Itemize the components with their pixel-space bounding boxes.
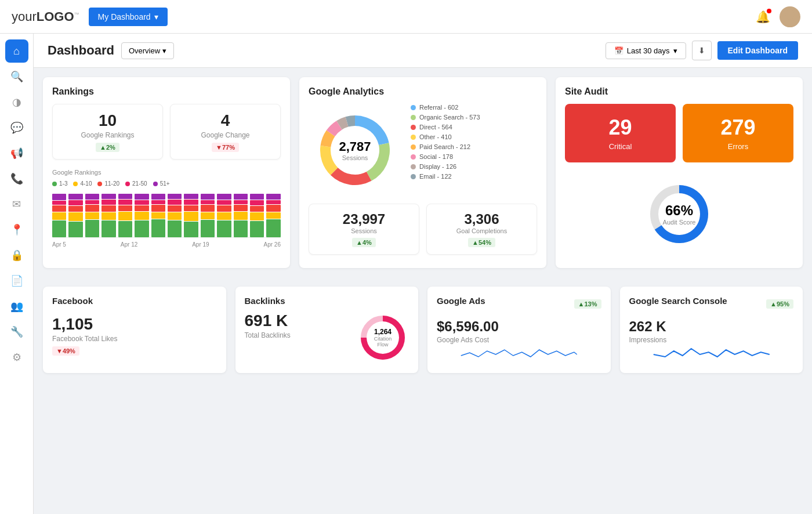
backlinks-title: Backlinks (245, 296, 409, 306)
analytics-legend: Referral - 602Organic Search - 573Direct… (411, 104, 480, 180)
google-change-stat: 4 Google Change ▼77% (170, 104, 281, 160)
google-change-label: Google Change (180, 131, 271, 139)
facebook-card: Facebook 1,105 Facebook Total Likes ▼49% (43, 287, 226, 373)
sidebar-item-chat[interactable]: 💬 (5, 116, 28, 139)
google-ads-card: Google Ads ▲13% $6,596.00 Google Ads Cos… (427, 287, 611, 373)
citation-center: 1,264 Citation Flow (370, 328, 396, 348)
analytics-donut-area: 2,787 Sessions Referral - 602Organic Sea… (309, 104, 537, 197)
sessions-center-label: Sessions (339, 154, 371, 161)
sidebar-item-lock[interactable]: 🔒 (5, 244, 28, 267)
critical-badge: 29 Critical (565, 104, 676, 162)
date-range-button[interactable]: 📅 Last 30 days ▾ (606, 42, 686, 59)
sidebar-item-tools[interactable]: 🔧 (5, 320, 28, 343)
sidebar-item-users[interactable]: 👥 (5, 295, 28, 318)
sessions-badge: ▲4% (352, 238, 376, 247)
google-change-num: 4 (180, 111, 271, 130)
facebook-title: Facebook (52, 296, 217, 306)
sub-header-left: Dashboard Overview ▾ (48, 42, 174, 59)
my-dashboard-button[interactable]: My Dashboard ▾ (89, 8, 168, 26)
sidebar-item-phone[interactable]: 📞 (5, 167, 28, 190)
goals-lbl: Goal Completions (436, 227, 527, 234)
sidebar-item-mail[interactable]: ✉ (5, 193, 28, 216)
total-sessions-stat: 23,997 Sessions ▲4% (309, 204, 419, 255)
ads-cost: $6,596.00 (437, 318, 601, 335)
google-rankings-badge: ▲2% (96, 143, 119, 152)
analytics-title: Google Analytics (309, 86, 537, 97)
critical-lbl: Critical (574, 142, 666, 151)
sidebar-item-location[interactable]: 📍 (5, 218, 28, 241)
sidebar-item-megaphone[interactable]: 📢 (5, 142, 28, 165)
critical-num: 29 (574, 115, 666, 140)
analytics-donut: 2,787 Sessions (309, 104, 401, 197)
console-impressions-lbl: Impressions (629, 336, 794, 344)
sub-header: Dashboard Overview ▾ 📅 Last 30 days ▾ ⬇ … (34, 34, 812, 68)
console-impressions: 262 K (629, 318, 794, 335)
errors-lbl: Errors (692, 142, 784, 151)
bell-icon[interactable]: 🔔 (756, 10, 770, 24)
errors-badge: 279 Errors (683, 104, 793, 162)
audit-score-label: 66% Audit Score (663, 202, 696, 226)
console-wave-chart (629, 344, 794, 361)
top-nav: yourLOGO™ My Dashboard ▾ 🔔 (0, 0, 812, 34)
sidebar-item-settings[interactable]: ⚙ (5, 346, 28, 369)
edit-dashboard-button[interactable]: Edit Dashboard (717, 41, 798, 60)
citation-lbl: Citation Flow (370, 336, 396, 348)
rankings-card: Rankings 10 Google Rankings ▲2% 4 Google… (43, 77, 290, 268)
sessions-center-num: 2,787 (339, 139, 371, 154)
main-content: Dashboard Overview ▾ 📅 Last 30 days ▾ ⬇ … (34, 34, 812, 514)
ads-wave-chart (437, 344, 601, 361)
site-audit-title: Site Audit (565, 86, 793, 97)
google-rankings-num: 10 (62, 111, 153, 130)
search-console-card: Google Search Console ▲95% 262 K Impress… (620, 287, 803, 373)
facebook-likes-lbl: Facebook Total Likes (52, 335, 217, 343)
sessions-lbl: Sessions (318, 227, 409, 234)
overview-dropdown[interactable]: Overview ▾ (121, 42, 174, 59)
sub-header-right: 📅 Last 30 days ▾ ⬇ Edit Dashboard (606, 41, 798, 60)
bar-chart (52, 191, 281, 238)
donut-center-label: 2,787 Sessions (339, 139, 371, 161)
backlinks-lbl: Total Backlinks (245, 331, 350, 339)
sessions-num: 23,997 (318, 211, 409, 227)
sidebar-item-document[interactable]: 📄 (5, 269, 28, 292)
audit-badges: 29 Critical 279 Errors (565, 104, 793, 162)
sidebar-item-search[interactable]: 🔍 (5, 65, 28, 88)
facebook-likes-num: 1,105 (52, 315, 217, 334)
ads-badge: ▲13% (574, 299, 601, 309)
audit-donut-container: 66% Audit Score (641, 176, 717, 252)
ads-header: Google Ads ▲13% (437, 296, 601, 312)
notification-dot (767, 9, 771, 13)
chart-x-axis: Apr 5Apr 12Apr 19Apr 26 (52, 241, 281, 248)
rankings-stats: 10 Google Rankings ▲2% 4 Google Change ▼… (52, 104, 281, 160)
analytics-bottom-stats: 23,997 Sessions ▲4% 3,306 Goal Completio… (309, 204, 537, 255)
console-title: Google Search Console (629, 296, 727, 306)
console-header: Google Search Console ▲95% (629, 296, 794, 312)
google-rankings-label: Google Rankings (62, 131, 153, 139)
sidebar-item-chart[interactable]: ◑ (5, 91, 28, 114)
avatar[interactable] (780, 6, 800, 27)
ads-cost-lbl: Google Ads Cost (437, 336, 601, 344)
google-change-badge: ▼77% (212, 143, 239, 152)
score-lbl: Audit Score (663, 219, 696, 226)
bottom-section: Facebook 1,105 Facebook Total Likes ▼49%… (34, 287, 812, 382)
dashboard-grid: Rankings 10 Google Rankings ▲2% 4 Google… (34, 68, 812, 287)
page-title: Dashboard (48, 43, 114, 58)
errors-num: 279 (692, 115, 784, 140)
citation-donut: 1,264 Citation Flow (357, 312, 409, 364)
chart-legend: 1-34-1011-2021-5051+ (52, 180, 281, 187)
ads-title: Google Ads (437, 296, 485, 306)
facebook-likes-badge: ▼49% (52, 346, 79, 356)
backlinks-num: 691 K (245, 312, 350, 330)
backlinks-card: Backlinks 691 K Total Backlinks 1,264 Ci… (235, 287, 419, 373)
goals-badge: ▲54% (468, 238, 495, 247)
sidebar: ⌂ 🔍 ◑ 💬 📢 📞 ✉ 📍 🔒 📄 👥 🔧 ⚙ (0, 34, 34, 514)
audit-score-donut: 66% Audit Score (565, 169, 793, 259)
console-badge: ▲95% (766, 299, 793, 309)
download-button[interactable]: ⬇ (692, 41, 712, 60)
citation-num: 1,264 (370, 328, 396, 336)
logo: yourLOGO™ (12, 9, 79, 24)
site-audit-card: Site Audit 29 Critical 279 Errors (556, 77, 803, 268)
app-body: ⌂ 🔍 ◑ 💬 📢 📞 ✉ 📍 🔒 📄 👥 🔧 ⚙ Dashboard Over… (0, 34, 812, 514)
goal-completions-stat: 3,306 Goal Completions ▲54% (426, 204, 537, 255)
backlinks-inner: 691 K Total Backlinks 1,264 Citation Flo… (245, 312, 409, 364)
sidebar-item-home[interactable]: ⌂ (5, 39, 28, 63)
